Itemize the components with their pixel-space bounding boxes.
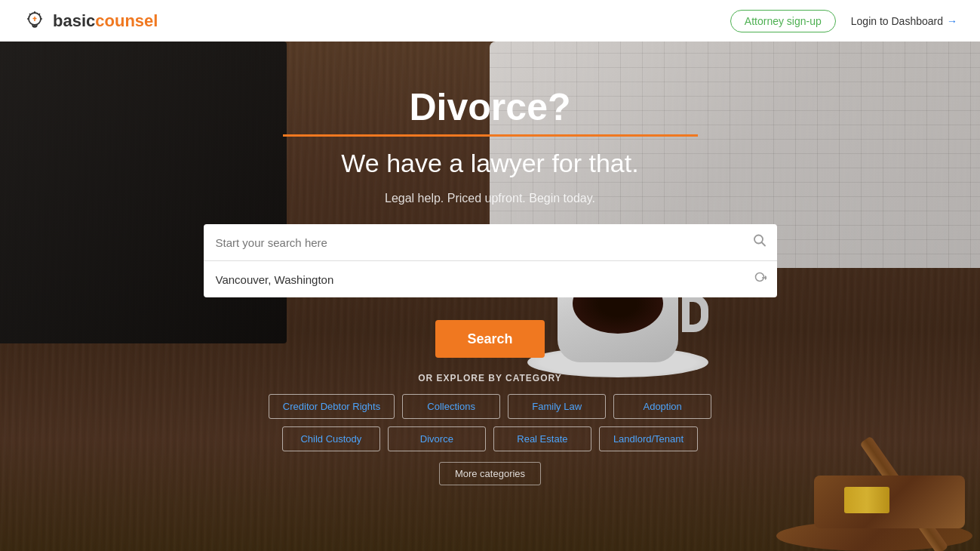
login-label: Login to Dashboard <box>851 15 943 27</box>
search-button[interactable]: Search <box>435 320 545 358</box>
location-input-wrapper <box>204 261 777 297</box>
logo-text: basiccounsel <box>53 11 158 31</box>
logo-counsel: counsel <box>95 11 158 30</box>
categories-row-2: Child Custody Divorce Real Estate Landlo… <box>282 426 698 451</box>
location-icon <box>754 272 766 287</box>
category-divorce[interactable]: Divorce <box>388 426 486 451</box>
search-input[interactable] <box>204 224 777 260</box>
logo-icon <box>23 9 47 33</box>
category-collections[interactable]: Collections <box>402 394 500 419</box>
headline: Divorce? <box>410 87 571 128</box>
attorney-signup-button[interactable]: Attorney sign-up <box>730 10 836 32</box>
category-landlord-tenant[interactable]: Landlord/Tenant <box>599 426 698 451</box>
login-link[interactable]: Login to Dashboard → <box>851 15 957 27</box>
header-right: Attorney sign-up Login to Dashboard → <box>730 10 957 32</box>
category-child-custody[interactable]: Child Custody <box>282 426 380 451</box>
logo-basic: basic <box>53 11 95 30</box>
category-family-law[interactable]: Family Law <box>508 394 606 419</box>
main-content: Divorce? We have a lawyer for that. Lega… <box>0 42 980 551</box>
explore-label: OR EXPLORE BY CATEGORY <box>418 373 561 383</box>
search-container <box>204 224 777 297</box>
search-icon <box>753 234 766 251</box>
category-creditor-debtor-rights[interactable]: Creditor Debtor Rights <box>269 394 395 419</box>
category-adoption[interactable]: Adoption <box>613 394 711 419</box>
tagline: Legal help. Priced upfront. Begin today. <box>385 192 595 205</box>
more-categories-button[interactable]: More categories <box>439 462 541 485</box>
svg-point-13 <box>755 273 763 282</box>
arrow-icon: → <box>947 15 957 27</box>
category-real-estate[interactable]: Real Estate <box>493 426 591 451</box>
svg-line-3 <box>39 14 41 15</box>
search-input-wrapper <box>204 224 777 261</box>
logo: basiccounsel <box>23 9 158 33</box>
svg-line-5 <box>29 14 31 15</box>
svg-line-10 <box>761 242 765 246</box>
svg-marker-12 <box>765 276 766 280</box>
location-input[interactable] <box>204 261 777 297</box>
categories-row-1: Creditor Debtor Rights Collections Famil… <box>269 394 711 419</box>
headline-underline <box>283 134 698 137</box>
header: basiccounsel Attorney sign-up Login to D… <box>0 0 980 42</box>
subheadline: We have a lawyer for that. <box>341 149 638 178</box>
